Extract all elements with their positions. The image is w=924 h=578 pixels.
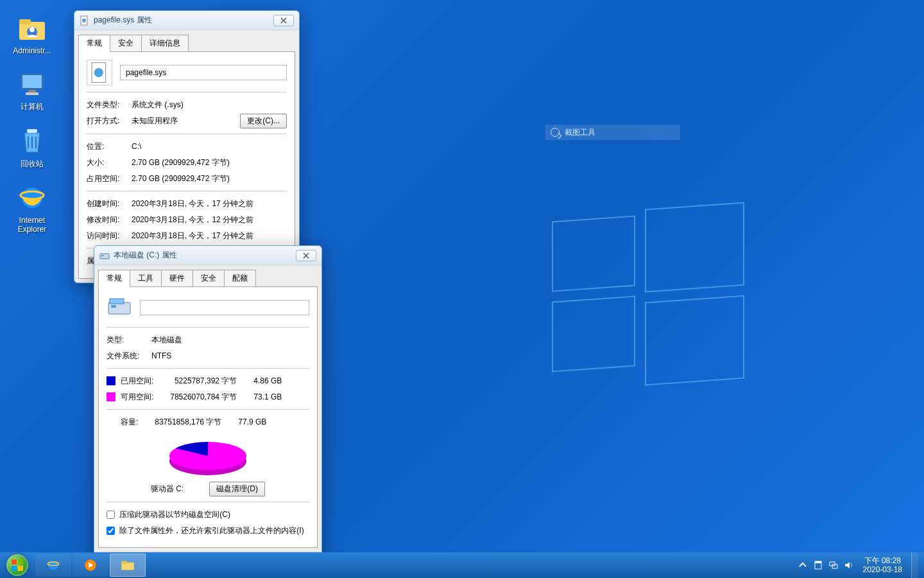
value-used-bytes: 5225787,392 字节 (153, 376, 237, 387)
close-button[interactable] (296, 250, 316, 261)
user-folder-icon (17, 13, 47, 44)
start-orb-icon (6, 554, 28, 576)
desktop-icon-label: 回收站 (6, 159, 58, 170)
volume-icon[interactable] (844, 560, 854, 570)
label-sizeondisk: 占用空间: (87, 173, 132, 184)
svg-rect-18 (111, 305, 116, 308)
start-button[interactable] (0, 552, 35, 578)
label-modified: 修改时间: (87, 215, 132, 225)
svg-rect-1 (19, 19, 31, 24)
tab-general[interactable]: 常规 (78, 35, 110, 52)
label-used: 已用空间: (121, 376, 153, 387)
label-created: 创建时间: (87, 198, 132, 209)
desktop-icon-label: Administr... (6, 46, 58, 55)
file-icon (80, 15, 90, 26)
close-button[interactable] (273, 15, 294, 26)
svg-point-14 (94, 68, 103, 77)
value-free-h: 73.1 GB (237, 392, 282, 401)
svg-rect-22 (12, 559, 17, 565)
properties-body: 类型:本地磁盘 文件系统:NTFS 已用空间:5225787,392 字节4.8… (98, 286, 318, 548)
drive-large-icon (107, 295, 132, 320)
desktop-icon-recycle-bin[interactable]: 回收站 (6, 125, 58, 170)
system-tray: 下午 08:28 2020-03-18 (795, 552, 920, 578)
snipping-tool-label: 截图工具 (565, 127, 595, 138)
filename-input[interactable] (120, 65, 287, 80)
titlebar[interactable]: pagefile.sys 属性 (74, 11, 299, 30)
clock-time: 下午 08:28 (863, 556, 902, 565)
drive-properties-window[interactable]: 本地磁盘 (C:) 属性 常规 工具 硬件 安全 配额 类型:本地磁盘 文件系统… (94, 245, 322, 578)
properties-body: 文件类型:系统文件 (.sys) 打开方式:未知应用程序更改(C)... 位置:… (78, 51, 295, 279)
svg-rect-24 (12, 566, 17, 571)
window-title: pagefile.sys 属性 (94, 15, 273, 26)
taskbar-explorer[interactable] (110, 554, 146, 577)
network-icon[interactable] (828, 560, 839, 570)
value-accessed: 2020年3月18日, 今天，17 分钟之前 (132, 231, 287, 241)
computer-icon (17, 68, 47, 99)
value-openwith: 未知应用程序 (132, 116, 240, 127)
desktop-icon-label: 计算机 (6, 101, 58, 112)
ie-icon (45, 557, 62, 574)
disk-cleanup-button[interactable]: 磁盘清理(D) (209, 482, 265, 496)
drive-icon (99, 250, 110, 261)
titlebar[interactable]: 本地磁盘 (C:) 属性 (94, 246, 321, 265)
value-capacity-h: 77.9 GB (221, 417, 266, 426)
svg-rect-16 (101, 255, 104, 256)
desktop-icon-ie[interactable]: Internet Explorer (6, 182, 58, 234)
free-swatch-icon (107, 392, 116, 401)
tab-quota[interactable]: 配额 (224, 270, 256, 287)
tab-hardware[interactable]: 硬件 (161, 270, 193, 287)
label-accessed: 访问时间: (87, 231, 132, 241)
tab-details[interactable]: 详细信息 (141, 35, 189, 52)
taskbar-clock[interactable]: 下午 08:28 2020-03-18 (859, 556, 906, 575)
change-button[interactable]: 更改(C)... (240, 114, 287, 128)
drive-label-input[interactable] (140, 300, 309, 315)
desktop-icon-computer[interactable]: 计算机 (6, 68, 58, 112)
svg-rect-8 (27, 129, 37, 133)
index-checkbox[interactable]: 除了文件属性外，还允许索引此驱动器上文件的内容(I) (107, 525, 304, 536)
label-size: 大小: (87, 157, 132, 168)
taskbar-media-player[interactable] (73, 554, 108, 577)
ie-icon (17, 182, 47, 213)
svg-rect-7 (26, 92, 38, 95)
label-capacity: 容量: (121, 417, 138, 428)
desktop-icons: Administr... 计算机 回收站 Internet Explorer (6, 13, 58, 247)
usage-pie-chart (107, 435, 309, 478)
clock-date: 2020-03-18 (863, 565, 902, 574)
taskbar[interactable]: 下午 08:28 2020-03-18 (0, 552, 924, 578)
file-properties-window[interactable]: pagefile.sys 属性 常规 安全 详细信息 文件类型:系统文件 (.s… (74, 10, 300, 283)
tab-security[interactable]: 安全 (110, 35, 142, 52)
value-filesystem: NTFS (151, 351, 309, 360)
file-type-icon (87, 60, 112, 85)
windows-logo-wallpaper (552, 206, 744, 372)
taskbar-ie[interactable] (35, 554, 71, 577)
svg-rect-19 (110, 299, 124, 304)
label-openwith: 打开方式: (87, 116, 132, 127)
tab-security[interactable]: 安全 (193, 270, 225, 287)
snipping-tool-bar[interactable]: 截图工具 (545, 125, 680, 140)
label-filesystem: 文件系统: (107, 351, 151, 362)
value-created: 2020年3月18日, 今天，17 分钟之前 (132, 198, 287, 209)
svg-rect-30 (121, 561, 127, 564)
label-location: 位置: (87, 141, 132, 152)
svg-rect-32 (815, 561, 821, 563)
tray-up-icon[interactable] (798, 560, 808, 570)
value-used-h: 4.86 GB (237, 376, 282, 385)
value-filetype: 系统文件 (.sys) (132, 100, 287, 110)
scissors-icon (551, 128, 560, 137)
desktop[interactable]: Administr... 计算机 回收站 Internet Explorer 截… (0, 0, 924, 552)
desktop-icon-administrator[interactable]: Administr... (6, 13, 58, 55)
show-desktop-button[interactable] (911, 552, 918, 578)
tab-general[interactable]: 常规 (98, 270, 130, 287)
used-swatch-icon (107, 376, 116, 385)
value-free-bytes: 78526070,784 字节 (153, 392, 237, 403)
drive-caption: 驱动器 C: (151, 484, 184, 495)
svg-rect-5 (22, 75, 42, 88)
value-modified: 2020年3月18日, 今天，12 分钟之前 (132, 215, 287, 225)
value-location: C:\ (132, 142, 287, 151)
window-title: 本地磁盘 (C:) 属性 (114, 250, 296, 261)
action-center-icon[interactable] (813, 560, 823, 570)
value-drivetype: 本地磁盘 (151, 335, 309, 346)
label-free: 可用空间: (121, 392, 153, 403)
compress-checkbox[interactable]: 压缩此驱动器以节约磁盘空间(C) (107, 509, 230, 520)
tab-tools[interactable]: 工具 (130, 270, 162, 287)
